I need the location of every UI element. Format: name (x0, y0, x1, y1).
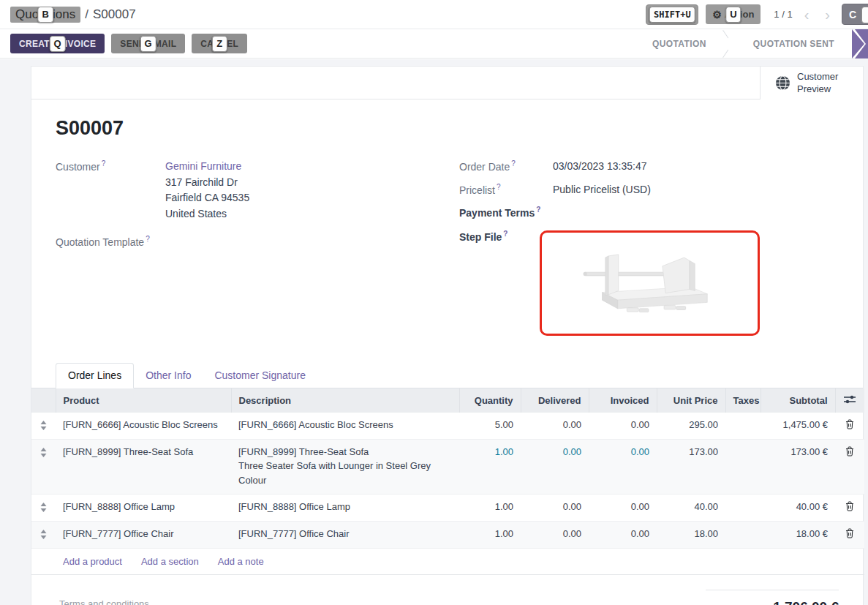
cell-taxes[interactable] (725, 413, 761, 440)
cell-invoiced[interactable]: 0.00 (589, 495, 657, 522)
column-product: Product (56, 388, 231, 413)
stage-sales-order[interactable]: SALES ORDER (852, 29, 868, 59)
add-product-link[interactable]: Add a product (63, 556, 122, 567)
gear-icon: ⚙ (712, 9, 722, 20)
cell-delivered[interactable]: 0.00 (521, 522, 589, 549)
cell-delivered[interactable]: 0.00 (521, 413, 589, 440)
table-row[interactable]: [FURN_6666] Acoustic Bloc Screens [FURN_… (31, 413, 864, 440)
cell-subtotal: 40.00 € (761, 495, 835, 522)
column-taxes: Taxes (725, 388, 761, 413)
cell-quantity[interactable]: 5.00 (459, 413, 521, 440)
help-icon: ? (102, 159, 106, 168)
cell-subtotal: 173.00 € (761, 440, 835, 495)
help-icon: ? (146, 235, 150, 243)
optional-columns-button[interactable] (835, 388, 864, 413)
sheet-footer: Terms and conditions... Total: 1,706.00 … (31, 575, 863, 605)
field-step-file: Step File? (459, 229, 839, 336)
pricelist-value[interactable]: Public Pricelist (USD) (553, 182, 651, 198)
help-icon: ? (511, 159, 516, 168)
help-icon: ? (536, 206, 540, 214)
page-title: S00007 (56, 117, 839, 140)
add-note-link[interactable]: Add a note (218, 556, 264, 567)
breadcrumb-quotations-link[interactable]: Quotations B (10, 7, 80, 23)
column-unit-price: Unit Price (657, 388, 725, 413)
cell-product[interactable]: [FURN_8999] Three-Seat Sofa (56, 440, 231, 495)
total-value: 1,706.00 € (773, 599, 839, 605)
pager-next-icon[interactable]: › (820, 7, 834, 22)
stage-separator-icon (724, 29, 736, 59)
field-grid: Customer? Gemini Furniture 317 Fairchild… (56, 159, 839, 343)
action-menu-button[interactable]: ⚙ Action U (706, 4, 761, 24)
field-payment-terms: Payment Terms? (459, 205, 839, 219)
cell-unit-price[interactable]: 40.00 (657, 495, 725, 522)
cell-description[interactable]: [FURN_8888] Office Lamp (231, 495, 459, 522)
breadcrumb: Quotations B / S00007 (10, 7, 136, 23)
stage-quotation[interactable]: QUOTATION (635, 29, 724, 59)
delete-row-icon[interactable] (835, 522, 864, 549)
corner-button[interactable]: C (842, 4, 868, 25)
drag-handle-icon[interactable] (31, 440, 56, 495)
drag-handle-icon[interactable] (31, 495, 56, 522)
delete-row-icon[interactable] (835, 413, 864, 440)
customer-address-line: 317 Fairchild Dr (165, 175, 249, 191)
cell-invoiced[interactable]: 0.00 (589, 440, 657, 495)
customer-link[interactable]: Gemini Furniture (165, 160, 241, 172)
delete-row-icon[interactable] (835, 440, 864, 495)
stage-quotation-sent[interactable]: QUOTATION SENT (736, 29, 852, 59)
add-section-link[interactable]: Add a section (141, 556, 199, 567)
cell-unit-price[interactable]: 173.00 (657, 440, 725, 495)
create-invoice-button[interactable]: CREATE INVOICE Q (10, 34, 105, 53)
tab-order-lines[interactable]: Order Lines (56, 363, 134, 388)
cell-quantity[interactable]: 1.00 (459, 440, 521, 495)
keyboard-hint-q: Q (49, 36, 65, 52)
terms-and-conditions-input[interactable]: Terms and conditions... (59, 588, 157, 605)
drag-handle-icon[interactable] (31, 413, 56, 440)
customer-address-line: United States (165, 206, 249, 222)
cell-subtotal: 18.00 € (761, 522, 835, 549)
column-subtotal: Subtotal (761, 388, 835, 413)
table-row[interactable]: [FURN_8999] Three-Seat Sofa [FURN_8999] … (31, 440, 864, 495)
table-row[interactable]: [FURN_8888] Office Lamp [FURN_8888] Offi… (31, 495, 864, 522)
notebook-tabs: Order Lines Other Info Customer Signatur… (31, 343, 863, 388)
keyboard-hint-corner (861, 7, 868, 23)
cell-quantity[interactable]: 1.00 (459, 522, 521, 549)
cell-unit-price[interactable]: 18.00 (657, 522, 725, 549)
keyboard-hint-z: Z (212, 36, 227, 52)
delete-row-icon[interactable] (835, 495, 864, 522)
cell-description[interactable]: [FURN_8999] Three-Seat Sofa Three Seater… (231, 440, 459, 495)
record-pager: 1 / 1 (774, 9, 792, 20)
cancel-button[interactable]: CANCEL Z (192, 34, 247, 53)
drag-handle-icon[interactable] (31, 522, 56, 549)
cell-product[interactable]: [FURN_8888] Office Lamp (56, 495, 231, 522)
tab-customer-signature[interactable]: Customer Signature (203, 364, 317, 388)
cell-description[interactable]: [FURN_6666] Acoustic Bloc Screens (231, 413, 459, 440)
order-lines-table: Product Description Quantity Delivered I… (31, 388, 864, 575)
cell-taxes[interactable] (725, 495, 761, 522)
field-customer: Customer? Gemini Furniture 317 Fairchild… (56, 159, 459, 222)
settings-toggle-button[interactable]: SHIFT+U (646, 4, 698, 25)
tab-other-info[interactable]: Other Info (134, 364, 203, 388)
cell-product[interactable]: [FURN_7777] Office Chair (56, 522, 231, 549)
cell-description[interactable]: [FURN_7777] Office Chair (231, 522, 459, 549)
cell-unit-price[interactable]: 295.00 (657, 413, 725, 440)
cell-quantity[interactable]: 1.00 (459, 495, 521, 522)
cell-taxes[interactable] (725, 440, 761, 495)
help-icon: ? (497, 183, 501, 191)
table-row[interactable]: [FURN_7777] Office Chair [FURN_7777] Off… (31, 522, 864, 549)
cell-delivered[interactable]: 0.00 (521, 440, 589, 495)
cell-delivered[interactable]: 0.00 (521, 495, 589, 522)
customer-preview-button[interactable]: Customer Preview (760, 67, 863, 99)
cell-invoiced[interactable]: 0.00 (589, 413, 657, 440)
step-file-image-field[interactable] (540, 230, 760, 336)
cell-taxes[interactable] (725, 522, 761, 549)
cell-invoiced[interactable]: 0.00 (589, 522, 657, 549)
column-delivered: Delivered (521, 388, 589, 413)
pager-previous-icon[interactable]: ‹ (800, 7, 814, 22)
breadcrumb-separator: / (85, 7, 88, 22)
order-date-value[interactable]: 03/03/2023 13:35:47 (553, 159, 646, 175)
topbar-controls: SHIFT+U ⚙ Action U 1 / 1 ‹ › C (646, 4, 868, 25)
sheet-button-box: Customer Preview (31, 67, 863, 99)
help-icon: ? (503, 230, 507, 238)
send-email-button[interactable]: SEND EMAIL G (111, 34, 185, 53)
cell-product[interactable]: [FURN_6666] Acoustic Bloc Screens (56, 413, 231, 440)
